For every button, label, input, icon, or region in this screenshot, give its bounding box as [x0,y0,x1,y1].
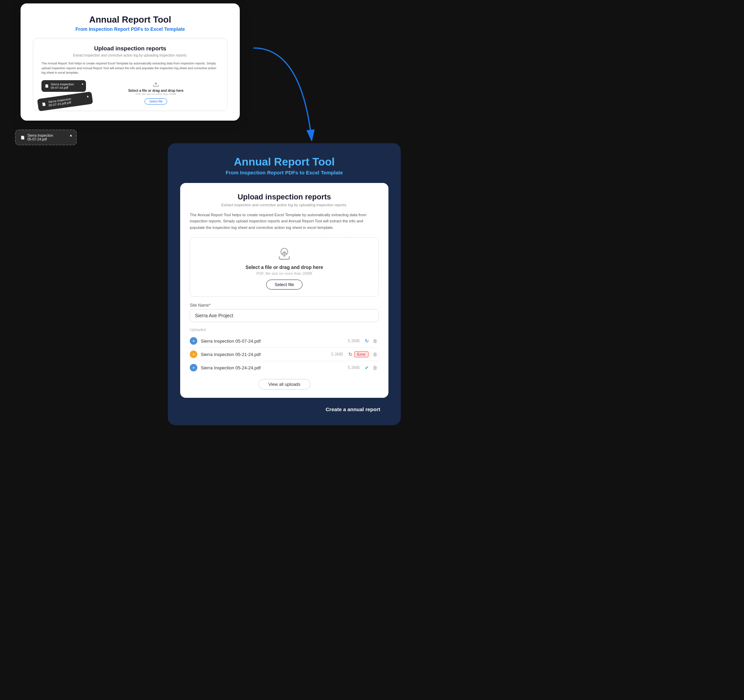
drop-zone[interactable]: Select a file or drag and drop here PDF,… [190,237,379,297]
site-name-input[interactable] [190,309,379,322]
detached-chip: 📄 Sierra Inspection05-07-24.pdf ▲ [15,130,77,145]
top-file-chip: 📄 Sierra Inspection05-07-24.pdf ▲ [42,80,86,92]
detached-chip-label: Sierra Inspection05-07-24.pdf [27,134,53,141]
file-size-1: 5.3MB [348,338,360,343]
file-row-1: ⊕ Sierra Inspection 05-07-24.pdf 5.3MB ↻… [190,334,379,348]
section-title: Upload inspection reports [190,192,379,201]
site-name-label: Site Name* [190,303,379,308]
bottom-description: The Annual Report Tool helps to create r… [190,212,379,231]
view-all-btn[interactable]: View all uploads [258,379,310,390]
top-select-btn[interactable]: Select file [144,98,167,104]
upload-icon-sm [152,80,160,88]
delete-icon-2[interactable]: 🗑 [371,350,379,358]
file-icon-3: ⊕ [190,364,197,371]
top-drop-zone[interactable]: Select a file or drag and drop here PDF,… [93,80,219,104]
floating-chip-icon: 📄 [42,103,46,106]
dz-label: Select a file or drag and drop here [197,265,372,270]
top-dz-hint: PDF, file size no more than 20MB [93,92,219,95]
floating-chip-label: Sierra Inspection05-07-24.pdf.pdf [48,97,72,107]
top-app-subtitle: From Inspection Report PDFs to Excel Tem… [33,26,228,32]
upload-icon [277,247,292,262]
bottom-card-wrapper: Annual Report Tool From Inspection Repor… [168,143,401,425]
file-icon-2: ⊕ [190,350,197,358]
bottom-app-title: Annual Report Tool [180,156,388,168]
delete-icon-1[interactable]: 🗑 [371,337,379,345]
refresh-icon-2[interactable]: ↻ [347,350,354,358]
refresh-icon-1[interactable]: ↻ [363,337,371,345]
error-badge-2: Error [354,351,369,357]
file-icon-1: ⊕ [190,337,197,345]
top-description: The Annual Report Tool helps to create r… [42,61,219,75]
file-name-3: Sierra Inspection 05-24-24.pdf [201,365,348,370]
top-dz-label: Select a file or drag and drop here [93,89,219,92]
file-row-3: ⊕ Sierra Inspection 05-24-24.pdf 5.3MB ✔… [190,361,379,374]
file-name-1: Sierra Inspection 05-07-24.pdf [201,338,348,344]
file-name-2: Sierra Inspection 05-21-24.pdf [201,352,331,357]
file-icon-sm: 📄 [45,84,49,88]
file-size-3: 5.3MB [348,365,360,370]
arrow-graphic [233,41,322,151]
detached-chip-chevron: ▲ [69,133,73,137]
top-app-title: Annual Report Tool [33,14,228,25]
dz-hint: PDF, file size no more than 20MB [197,271,372,276]
top-file-chip-chevron: ▲ [81,82,84,85]
top-inner-subtitle: Extract inspection and corrective action… [42,54,219,57]
check-icon-3: ✔ [363,364,371,371]
file-size-2: 5.3MB [331,352,343,357]
select-file-btn[interactable]: Select file [266,280,302,289]
section-subtitle: Extract inspection and corrective action… [190,203,379,207]
bottom-app-subtitle: From Inspection Report PDFs to Excel Tem… [180,170,388,176]
delete-icon-3[interactable]: 🗑 [371,364,379,371]
main-card: Upload inspection reports Extract inspec… [180,183,388,398]
detached-chip-icon: 📄 [21,136,25,140]
file-row-2: ⊕ Sierra Inspection 05-21-24.pdf 5.3MB ↻… [190,348,379,361]
floating-chip-chevron: ▲ [86,94,89,98]
uploaded-label: Uploaded [190,328,379,332]
top-inner-title: Upload inspection reports [42,45,219,52]
create-report-btn[interactable]: Create a annual report [316,402,390,417]
top-file-chip-label: Sierra Inspection05-07-24.pdf [51,83,74,89]
